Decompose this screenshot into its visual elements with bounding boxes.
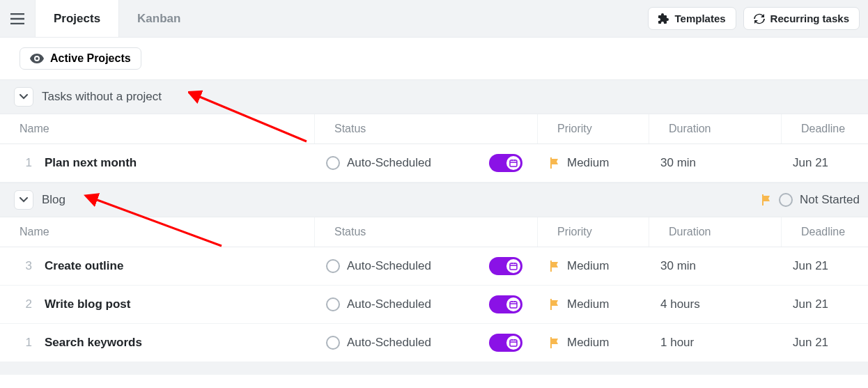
flag-icon bbox=[761, 194, 772, 205]
duration-text: 1 hour bbox=[660, 336, 694, 350]
recurring-label: Recurring tasks bbox=[770, 13, 849, 24]
table-row[interactable]: 1 Plan next month Auto-Scheduled Medium … bbox=[0, 144, 868, 183]
active-projects-filter[interactable]: Active Projects bbox=[20, 47, 141, 70]
section-status: Not Started bbox=[761, 193, 861, 207]
cell-duration: 30 min bbox=[649, 247, 782, 285]
collapse-button[interactable] bbox=[14, 190, 33, 210]
topbar: Projects Kanban Templates Recurring task… bbox=[0, 0, 868, 38]
task-name: Write blog post bbox=[45, 297, 130, 311]
section-header-noproject: Tasks without a project bbox=[0, 79, 868, 114]
status-circle-icon[interactable] bbox=[326, 336, 340, 350]
active-projects-label: Active Projects bbox=[50, 52, 131, 65]
recurring-icon bbox=[754, 13, 765, 24]
cell-deadline: Jun 21 bbox=[782, 286, 868, 323]
cell-deadline: Jun 21 bbox=[782, 247, 868, 285]
filter-toolbar: Active Projects bbox=[0, 38, 868, 79]
task-name: Create outline bbox=[45, 259, 123, 273]
menu-button[interactable] bbox=[0, 0, 35, 37]
cell-name: 1 Plan next month bbox=[0, 144, 315, 182]
task-name: Search keywords bbox=[45, 336, 142, 350]
status-circle-icon[interactable] bbox=[326, 297, 340, 311]
table-row[interactable]: 2 Write blog post Auto-Scheduled Medium … bbox=[0, 286, 868, 324]
topbar-left: Projects Kanban bbox=[0, 0, 199, 37]
section-header-blog: Blog Not Started bbox=[0, 183, 868, 217]
autoschedule-toggle[interactable] bbox=[489, 295, 522, 313]
cell-status: Auto-Scheduled bbox=[315, 286, 538, 323]
calendar-icon bbox=[509, 262, 518, 270]
deadline-text: Jun 21 bbox=[793, 156, 828, 170]
flag-icon bbox=[549, 337, 560, 348]
cell-duration: 1 hour bbox=[649, 324, 782, 362]
task-name: Plan next month bbox=[45, 156, 137, 170]
col-deadline[interactable]: Deadline bbox=[782, 114, 868, 143]
status-text: Auto-Scheduled bbox=[347, 259, 431, 273]
col-duration[interactable]: Duration bbox=[649, 114, 782, 143]
calendar-icon bbox=[509, 339, 518, 347]
deadline-text: Jun 21 bbox=[793, 297, 828, 311]
priority-text: Medium bbox=[567, 336, 609, 350]
tab-kanban[interactable]: Kanban bbox=[119, 0, 199, 37]
recurring-button[interactable]: Recurring tasks bbox=[743, 7, 860, 30]
toggle-knob bbox=[506, 156, 520, 170]
flag-icon bbox=[549, 299, 560, 310]
duration-text: 30 min bbox=[660, 259, 696, 273]
svg-rect-5 bbox=[510, 263, 517, 270]
templates-button[interactable]: Templates bbox=[648, 7, 736, 30]
row-number: 1 bbox=[22, 156, 32, 170]
col-priority[interactable]: Priority bbox=[538, 217, 649, 247]
status-text: Auto-Scheduled bbox=[347, 156, 431, 170]
table-row[interactable]: 1 Search keywords Auto-Scheduled Medium … bbox=[0, 324, 868, 362]
eye-icon bbox=[30, 54, 44, 63]
toggle-knob bbox=[506, 259, 520, 273]
cell-name: 2 Write blog post bbox=[0, 286, 315, 323]
cell-priority: Medium bbox=[538, 144, 649, 182]
svg-rect-6 bbox=[510, 302, 517, 308]
cell-priority: Medium bbox=[538, 286, 649, 323]
cell-deadline: Jun 21 bbox=[782, 324, 868, 362]
footer-bar bbox=[0, 362, 868, 375]
cell-duration: 30 min bbox=[649, 144, 782, 182]
col-duration[interactable]: Duration bbox=[649, 217, 782, 247]
status-circle-icon[interactable] bbox=[326, 259, 340, 273]
col-priority[interactable]: Priority bbox=[538, 114, 649, 143]
cell-deadline: Jun 21 bbox=[782, 144, 868, 182]
row-number: 2 bbox=[22, 297, 32, 311]
priority-text: Medium bbox=[567, 156, 609, 170]
col-status[interactable]: Status bbox=[315, 114, 538, 143]
autoschedule-toggle[interactable] bbox=[489, 257, 522, 275]
cell-priority: Medium bbox=[538, 324, 649, 362]
table-row[interactable]: 3 Create outline Auto-Scheduled Medium 3… bbox=[0, 247, 868, 286]
col-name[interactable]: Name bbox=[0, 114, 315, 143]
toggle-knob bbox=[506, 336, 520, 350]
col-deadline[interactable]: Deadline bbox=[782, 217, 868, 247]
cell-duration: 4 hours bbox=[649, 286, 782, 323]
tab-projects[interactable]: Projects bbox=[35, 0, 119, 37]
puzzle-icon bbox=[658, 13, 669, 24]
svg-rect-7 bbox=[510, 340, 517, 346]
cell-status: Auto-Scheduled bbox=[315, 247, 538, 285]
status-circle-icon[interactable] bbox=[779, 193, 793, 207]
svg-rect-2 bbox=[510, 160, 517, 166]
chevron-down-icon bbox=[20, 197, 28, 203]
col-name[interactable]: Name bbox=[0, 217, 315, 247]
row-number: 1 bbox=[22, 336, 32, 350]
calendar-icon bbox=[509, 300, 518, 309]
duration-text: 4 hours bbox=[660, 297, 700, 311]
autoschedule-toggle[interactable] bbox=[489, 154, 522, 172]
autoschedule-toggle[interactable] bbox=[489, 334, 522, 352]
deadline-text: Jun 21 bbox=[793, 259, 828, 273]
column-headers: Name Status Priority Duration Deadline bbox=[0, 114, 868, 144]
flag-icon bbox=[549, 157, 560, 169]
section-title: Tasks without a project bbox=[42, 90, 162, 104]
row-number: 3 bbox=[22, 259, 32, 273]
calendar-icon bbox=[509, 159, 518, 167]
status-text: Auto-Scheduled bbox=[347, 297, 431, 311]
status-circle-icon[interactable] bbox=[326, 156, 340, 170]
project-status-text: Not Started bbox=[800, 193, 860, 207]
col-status[interactable]: Status bbox=[315, 217, 538, 247]
collapse-button[interactable] bbox=[14, 87, 33, 107]
templates-label: Templates bbox=[675, 13, 726, 24]
priority-text: Medium bbox=[567, 297, 609, 311]
topbar-right: Templates Recurring tasks bbox=[648, 7, 860, 30]
duration-text: 30 min bbox=[660, 156, 696, 170]
